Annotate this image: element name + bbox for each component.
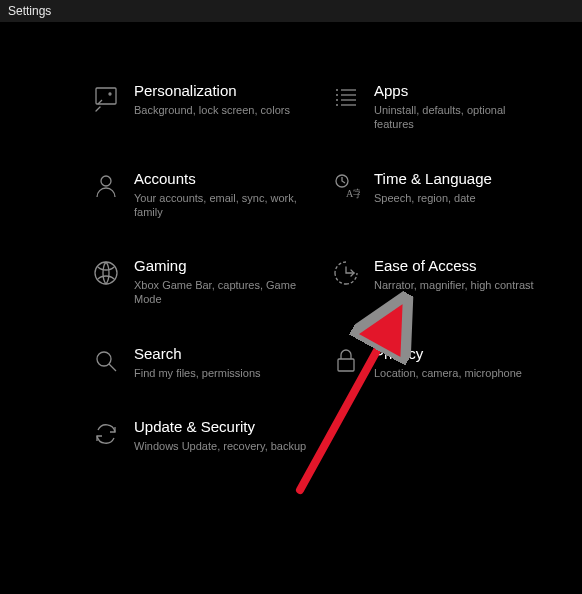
tile-title: Gaming — [134, 257, 312, 275]
tile-sub: Location, camera, microphone — [374, 366, 522, 380]
tile-title: Update & Security — [134, 418, 306, 436]
svg-point-13 — [95, 262, 117, 284]
tile-sub: Windows Update, recovery, backup — [134, 439, 306, 453]
tile-title: Privacy — [374, 345, 522, 363]
title-bar: Settings — [0, 0, 582, 22]
tile-title: Time & Language — [374, 170, 492, 188]
tile-gaming[interactable]: Gaming Xbox Game Bar, captures, Game Mod… — [86, 257, 326, 307]
tile-sub: Background, lock screen, colors — [134, 103, 290, 117]
tile-title: Apps — [374, 82, 542, 100]
settings-grid: Personalization Background, lock screen,… — [0, 82, 582, 491]
tile-title: Personalization — [134, 82, 290, 100]
svg-line-15 — [109, 364, 116, 371]
tile-sub: Find my files, permissions — [134, 366, 261, 380]
update-security-icon — [86, 418, 126, 448]
tile-search[interactable]: Search Find my files, permissions — [86, 345, 326, 380]
search-icon — [86, 345, 126, 375]
settings-content: Personalization Background, lock screen,… — [0, 22, 582, 491]
tile-personalization[interactable]: Personalization Background, lock screen,… — [86, 82, 326, 132]
privacy-icon — [326, 345, 366, 375]
tile-privacy[interactable]: Privacy Location, camera, microphone — [326, 345, 556, 380]
svg-text:A字: A字 — [346, 188, 360, 199]
tile-ease-of-access[interactable]: Ease of Access Narrator, magnifier, high… — [326, 257, 556, 307]
svg-rect-0 — [96, 88, 116, 104]
tile-apps[interactable]: Apps Uninstall, defaults, optional featu… — [326, 82, 556, 132]
apps-icon — [326, 82, 366, 112]
gaming-icon — [86, 257, 126, 287]
tile-sub: Speech, region, date — [374, 191, 492, 205]
tile-update-security[interactable]: Update & Security Windows Update, recove… — [86, 418, 326, 453]
svg-point-14 — [97, 352, 111, 366]
tile-accounts[interactable]: Accounts Your accounts, email, sync, wor… — [86, 170, 326, 220]
window-title: Settings — [8, 4, 51, 18]
svg-point-1 — [109, 93, 111, 95]
personalization-icon — [86, 82, 126, 112]
accounts-icon — [86, 170, 126, 200]
tile-title: Accounts — [134, 170, 312, 188]
tile-sub: Uninstall, defaults, optional features — [374, 103, 542, 132]
tile-title: Ease of Access — [374, 257, 534, 275]
svg-rect-16 — [338, 359, 354, 371]
svg-point-10 — [101, 176, 111, 186]
tile-title: Search — [134, 345, 261, 363]
tile-sub: Your accounts, email, sync, work, family — [134, 191, 312, 220]
time-language-icon: A字 — [326, 170, 366, 200]
ease-of-access-icon — [326, 257, 366, 287]
tile-time-language[interactable]: A字 Time & Language Speech, region, date — [326, 170, 556, 220]
tile-sub: Narrator, magnifier, high contrast — [374, 278, 534, 292]
tile-sub: Xbox Game Bar, captures, Game Mode — [134, 278, 312, 307]
